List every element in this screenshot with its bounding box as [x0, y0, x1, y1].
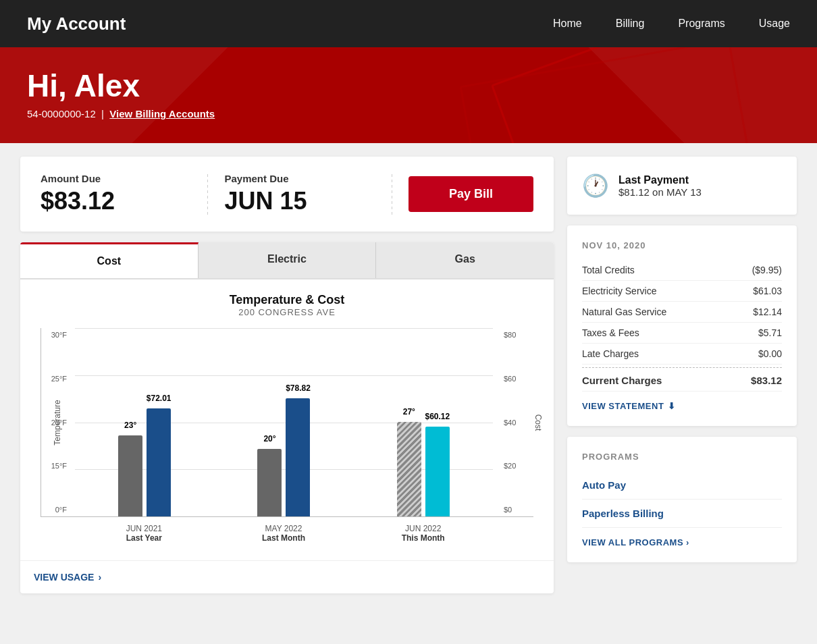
group-labels: JUN 2021 Last Year MAY 2022 Last Month J…	[41, 524, 533, 543]
payment-due-section: Payment Due JUN 15	[224, 173, 375, 215]
hero-banner: Hi, Alex 54-0000000-12 | View Billing Ac…	[0, 47, 817, 143]
programs-card: PROGRAMS Auto Pay Paperless Billing VIEW…	[567, 437, 797, 562]
line-item-total: Current Charges $83.12	[582, 367, 782, 392]
y-tick-1: 25°F	[41, 375, 71, 383]
view-billing-link[interactable]: View Billing Accounts	[109, 108, 215, 119]
paperless-billing-link[interactable]: Paperless Billing	[582, 500, 782, 528]
line-value-credits: ($9.95)	[752, 265, 782, 275]
cost-label-jun2021: $72.01	[147, 394, 172, 403]
view-all-programs-link[interactable]: VIEW ALL PROGRAMS ›	[582, 537, 782, 547]
cost-bar-may2022: $78.82	[286, 398, 310, 516]
temp-label-jun2021: 23°	[124, 421, 136, 430]
nav-programs[interactable]: Programs	[678, 18, 724, 30]
line-value-taxes: $5.71	[758, 327, 782, 338]
header: My Account Home Billing Programs Usage	[0, 0, 817, 47]
y-tick-4: 0°F	[41, 506, 71, 514]
y-tick-r0: $80	[500, 331, 533, 339]
tab-gas[interactable]: Gas	[376, 242, 554, 278]
divider-2	[392, 174, 392, 215]
line-label-credits: Total Credits	[582, 265, 635, 275]
temp-bar-jun2022: 27°	[397, 422, 421, 516]
cost-label-jun2022: $60.12	[425, 412, 450, 421]
download-icon: ⬇	[668, 401, 676, 411]
y-right-label: Cost	[534, 414, 544, 431]
bill-card: Amount Due $83.12 Payment Due JUN 15 Pay…	[20, 157, 554, 232]
y-tick-0: 30°F	[41, 331, 71, 339]
main-content: Amount Due $83.12 Payment Due JUN 15 Pay…	[0, 143, 817, 607]
payment-due-label: Payment Due	[224, 173, 375, 184]
cost-bar-jun2021: $72.01	[147, 408, 171, 516]
line-label-electricity: Electricity Service	[582, 286, 656, 296]
y-ticks-right: $80 $60 $40 $20 $0	[500, 328, 533, 516]
payment-due-value: JUN 15	[224, 187, 375, 215]
line-value-electricity: $61.03	[753, 286, 782, 296]
tab-cost[interactable]: Cost	[20, 242, 199, 278]
programs-heading: PROGRAMS	[582, 452, 782, 462]
total-label: Current Charges	[582, 375, 662, 386]
right-column: 🕐 Last Payment $81.12 on MAY 13 NOV 10, …	[567, 157, 797, 593]
line-label-late: Late Charges	[582, 348, 639, 359]
line-item-late: Late Charges $0.00	[582, 344, 782, 365]
chart-title: Temperature & Cost	[41, 293, 533, 307]
view-all-label: VIEW ALL PROGRAMS	[582, 537, 683, 547]
chart-card: Cost Electric Gas Temperature & Cost 200…	[20, 242, 554, 593]
tab-electric[interactable]: Electric	[199, 242, 377, 278]
cost-label-may2022: $78.82	[286, 383, 311, 393]
statement-date: NOV 10, 2020	[582, 240, 782, 250]
line-item-credits: Total Credits ($9.95)	[582, 260, 782, 281]
chevron-right-icon: ›	[98, 572, 101, 583]
y-tick-3: 15°F	[41, 462, 71, 470]
view-usage-link[interactable]: VIEW USAGE ›	[20, 560, 554, 593]
chart-body: Temperature & Cost 200 CONGRESS AVE 30°F…	[20, 279, 554, 554]
greeting: Hi, Alex	[27, 68, 790, 104]
temp-bar-jun2021: 23°	[118, 435, 142, 516]
group-label-jun2021: JUN 2021 Last Year	[74, 524, 214, 543]
chart-subtitle: 200 CONGRESS AVE	[41, 307, 533, 317]
amount-due-label: Amount Due	[41, 173, 191, 184]
bar-group-may2022: 20° $78.82	[214, 328, 353, 516]
pay-bill-button[interactable]: Pay Bill	[408, 176, 533, 212]
y-tick-r4: $0	[500, 506, 533, 514]
account-number: 54-0000000-12	[27, 108, 96, 119]
app-title: My Account	[27, 14, 126, 34]
y-tick-r3: $20	[500, 462, 533, 470]
last-payment-title: Last Payment	[618, 174, 702, 186]
clock-icon: 🕐	[582, 173, 609, 198]
view-usage-label: VIEW USAGE	[34, 572, 94, 583]
bar-chart: 30°F 25°F 20°F 15°F 0°F $80 $60 $40 $20 …	[41, 328, 533, 517]
last-payment-info: Last Payment $81.12 on MAY 13	[618, 174, 702, 198]
divider-1	[207, 174, 208, 215]
y-tick-r1: $60	[500, 375, 533, 383]
chevron-right-programs-icon: ›	[686, 537, 689, 547]
group-label-jun2022: JUN 2022 This Month	[353, 524, 493, 543]
statement-card: NOV 10, 2020 Total Credits ($9.95) Elect…	[567, 225, 797, 426]
total-value: $83.12	[751, 375, 782, 386]
view-statement-label: VIEW STATEMENT	[582, 401, 664, 411]
nav-usage[interactable]: Usage	[759, 18, 790, 30]
bar-group-jun2022: 27° $60.12	[354, 328, 493, 516]
line-value-gas: $12.14	[753, 306, 782, 317]
temp-label-may2022: 20°	[263, 434, 275, 444]
nav-home[interactable]: Home	[553, 18, 582, 30]
nav-billing[interactable]: Billing	[616, 18, 645, 30]
line-item-gas: Natural Gas Service $12.14	[582, 302, 782, 323]
amount-due-value: $83.12	[41, 187, 191, 215]
last-payment-card: 🕐 Last Payment $81.12 on MAY 13	[567, 157, 797, 215]
main-nav: Home Billing Programs Usage	[553, 18, 790, 30]
account-info: 54-0000000-12 | View Billing Accounts	[27, 108, 790, 119]
temp-label-jun2022: 27°	[403, 407, 415, 417]
y-left-label: Temperature	[53, 400, 62, 445]
line-item-taxes: Taxes & Fees $5.71	[582, 323, 782, 344]
cost-bar-jun2022: $60.12	[425, 427, 450, 516]
line-value-late: $0.00	[758, 348, 782, 359]
chart-tabs: Cost Electric Gas	[20, 242, 554, 279]
y-tick-r2: $40	[500, 419, 533, 427]
bar-group-jun2021: 23° $72.01	[75, 328, 214, 516]
last-payment-detail: $81.12 on MAY 13	[618, 186, 702, 198]
line-label-taxes: Taxes & Fees	[582, 327, 639, 338]
autopay-link[interactable]: Auto Pay	[582, 471, 782, 500]
view-statement-link[interactable]: VIEW STATEMENT ⬇	[582, 401, 782, 411]
temp-bar-may2022: 20°	[257, 449, 282, 516]
line-item-electricity: Electricity Service $61.03	[582, 281, 782, 302]
left-column: Amount Due $83.12 Payment Due JUN 15 Pay…	[20, 157, 554, 593]
